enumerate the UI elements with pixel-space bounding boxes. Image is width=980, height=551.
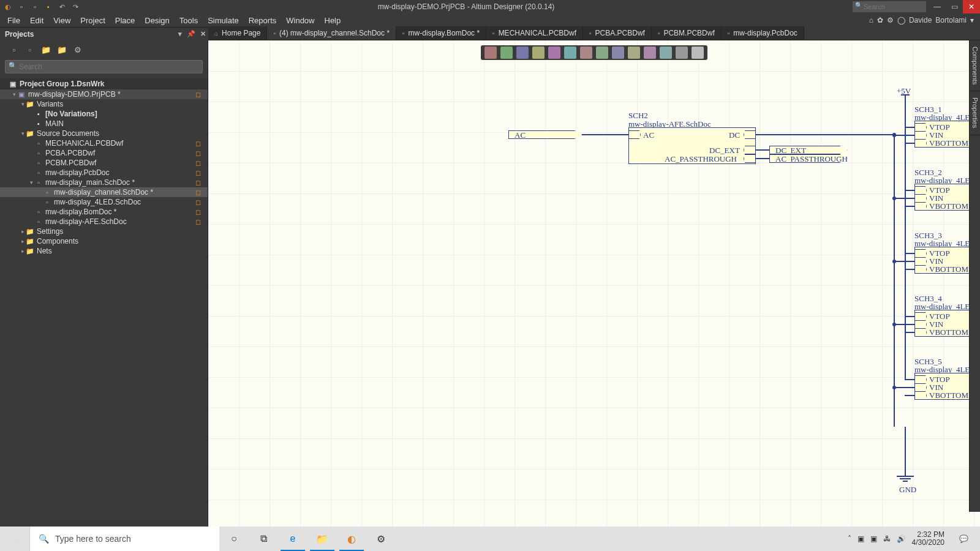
sb-folder2-icon[interactable]: 📁 xyxy=(56,44,67,55)
menu-file[interactable]: File xyxy=(2,15,25,26)
active-tool-1[interactable] xyxy=(500,47,513,59)
panel-close-icon[interactable]: ✕ xyxy=(198,30,208,38)
projects-tree[interactable]: ▣Project Group 1.DsnWrk▾▣mw-display-DEMO… xyxy=(0,75,208,527)
tray-volume-icon[interactable]: 🔊 xyxy=(897,534,906,543)
tree-row[interactable]: ▾▣mw-display-DEMO.PrjPCB *◻ xyxy=(0,89,208,99)
tree-row[interactable]: ▾📁Source Documents xyxy=(0,129,208,138)
projects-search[interactable] xyxy=(5,60,203,73)
tray-chevron-icon[interactable]: ˄ xyxy=(848,534,851,543)
tree-caret[interactable]: ▾ xyxy=(11,91,17,97)
menu-window[interactable]: Window xyxy=(281,15,319,26)
tree-row[interactable]: ▪MAIN xyxy=(0,119,208,129)
taskbar-search[interactable]: 🔍 Type here to search xyxy=(29,527,219,551)
menu-tools[interactable]: Tools xyxy=(175,15,203,26)
taskbar-clock[interactable]: 2:32 PM 4/30/2020 xyxy=(912,531,944,547)
tree-row[interactable]: ▫mw-display-AFE.SchDoc◻ xyxy=(0,217,208,227)
doc-tab[interactable]: ▫PCBA.PCBDwf xyxy=(583,26,652,40)
tree-row[interactable]: ▫PCBM.PCBDwf◻ xyxy=(0,158,208,168)
save-icon[interactable]: ▪ xyxy=(44,2,53,11)
active-tool-8[interactable] xyxy=(612,47,624,59)
tree-row[interactable]: ▫PCBA.PCBDwf◻ xyxy=(0,148,208,158)
cloud-icon[interactable]: ⌂ xyxy=(869,16,873,24)
active-tool-3[interactable] xyxy=(532,47,545,59)
menu-help[interactable]: Help xyxy=(320,15,346,26)
app-search-input[interactable] xyxy=(853,1,926,12)
menu-reports[interactable]: Reports xyxy=(244,15,282,26)
undo-icon[interactable]: ↶ xyxy=(58,2,66,11)
active-tool-2[interactable] xyxy=(516,47,529,59)
taskview-icon[interactable]: ⧉ xyxy=(249,527,278,551)
panel-dropdown[interactable]: ▾ xyxy=(176,30,184,38)
active-tool-6[interactable] xyxy=(580,47,592,59)
active-tool-12[interactable] xyxy=(676,47,688,59)
new-icon[interactable]: ▫ xyxy=(17,2,26,11)
doc-tab[interactable]: ▫mw-display.BomDoc * xyxy=(396,26,486,40)
altium-icon[interactable]: ◐ xyxy=(337,527,366,551)
active-tool-4[interactable] xyxy=(548,47,560,59)
active-tool-11[interactable] xyxy=(660,47,672,59)
doc-tab[interactable]: ⌂Home Page xyxy=(208,26,267,40)
system-tray[interactable]: ˄ ▣ ▣ 🖧 🔊 2:32 PM 4/30/2020 💬 xyxy=(848,527,980,551)
menu-place[interactable]: Place xyxy=(110,15,140,26)
menu-view[interactable]: View xyxy=(48,15,75,26)
tree-caret[interactable]: ▾ xyxy=(28,179,34,186)
tray-onedrive-icon[interactable]: ▣ xyxy=(858,534,864,543)
sb-settings-icon[interactable]: ⚙ xyxy=(72,44,83,55)
tray-dropbox-icon[interactable]: ▣ xyxy=(870,534,877,543)
redo-icon[interactable]: ↷ xyxy=(71,2,80,11)
tree-row[interactable]: ▫MECHANICAL.PCBDwf◻ xyxy=(0,138,208,148)
tree-row[interactable]: ▫mw-display_4LED.SchDoc◻ xyxy=(0,197,208,207)
projects-search-input[interactable] xyxy=(5,60,203,73)
tree-row[interactable]: ▫mw-display.BomDoc *◻ xyxy=(0,207,208,217)
side-panel-components[interactable]: Components xyxy=(970,40,980,91)
active-tool-7[interactable] xyxy=(596,47,608,59)
active-tool-13[interactable] xyxy=(692,47,704,59)
notifications-icon[interactable]: 💬 xyxy=(951,527,976,551)
sb-new-icon[interactable]: ▫ xyxy=(9,44,20,55)
tree-caret[interactable]: ▾ xyxy=(20,101,26,107)
settings-app-icon[interactable]: ⚙ xyxy=(366,527,396,551)
tree-row[interactable]: ▾▫mw-display_main.SchDoc *◻ xyxy=(0,178,208,187)
tree-row[interactable]: ▪[No Variations] xyxy=(0,109,208,119)
side-panel-properties[interactable]: Properties xyxy=(970,91,980,135)
doc-tab[interactable]: ▫MECHANICAL.PCBDwf xyxy=(486,26,583,40)
doc-tab[interactable]: ▫mw-display.PcbDoc xyxy=(722,26,804,40)
tree-row[interactable]: ▣Project Group 1.DsnWrk xyxy=(0,78,208,89)
tree-row[interactable]: ▫mw-display_channel.SchDoc *◻ xyxy=(0,187,208,197)
user-avatar[interactable]: ◯ xyxy=(897,16,905,24)
doc-tab[interactable]: ▫PCBM.PCBDwf xyxy=(652,26,722,40)
tree-row[interactable]: ▸📁Nets xyxy=(0,246,208,256)
share-icon[interactable]: ✿ xyxy=(877,16,883,24)
sb-compile-icon[interactable]: ▫ xyxy=(24,44,36,55)
user-menu-caret[interactable]: ▾ xyxy=(970,16,974,24)
menu-edit[interactable]: Edit xyxy=(25,15,48,26)
tree-row[interactable]: ▫mw-display.PcbDoc◻ xyxy=(0,168,208,178)
edge-icon[interactable]: e xyxy=(278,527,307,551)
tree-caret[interactable]: ▸ xyxy=(20,228,26,234)
active-tool-0[interactable] xyxy=(484,47,497,59)
menu-design[interactable]: Design xyxy=(140,15,174,26)
tree-caret[interactable]: ▸ xyxy=(20,248,26,254)
tree-row[interactable]: ▸📁Components xyxy=(0,236,208,246)
settings-icon[interactable]: ⚙ xyxy=(887,16,894,24)
sb-folder-icon[interactable]: 📁 xyxy=(40,44,51,55)
menu-project[interactable]: Project xyxy=(75,15,110,26)
window-maximize[interactable]: ▭ xyxy=(946,0,963,13)
start-button[interactable]: ⊞ xyxy=(0,527,29,551)
tree-row[interactable]: ▸📁Settings xyxy=(0,227,208,236)
window-close[interactable]: ✕ xyxy=(963,0,980,13)
menu-simulate[interactable]: Simulate xyxy=(203,15,244,26)
tray-network-icon[interactable]: 🖧 xyxy=(883,534,891,543)
tree-caret[interactable]: ▾ xyxy=(20,130,26,137)
schematic-canvas[interactable]: +5V AC SCH2 mw-display-AFE.SchDoc AC DC … xyxy=(208,40,980,527)
doc-tab[interactable]: ▫(4) mw-display_channel.SchDoc * xyxy=(267,26,396,40)
tree-row[interactable]: ▾📁Variants xyxy=(0,99,208,109)
cortana-icon[interactable]: ○ xyxy=(219,527,249,551)
window-minimize[interactable]: — xyxy=(929,0,946,13)
app-search[interactable] xyxy=(853,1,926,12)
active-tool-10[interactable] xyxy=(644,47,656,59)
explorer-icon[interactable]: 📁 xyxy=(307,527,337,551)
active-tool-9[interactable] xyxy=(628,47,640,59)
panel-pin-icon[interactable]: 📌 xyxy=(184,30,198,38)
tree-caret[interactable]: ▸ xyxy=(20,238,26,244)
